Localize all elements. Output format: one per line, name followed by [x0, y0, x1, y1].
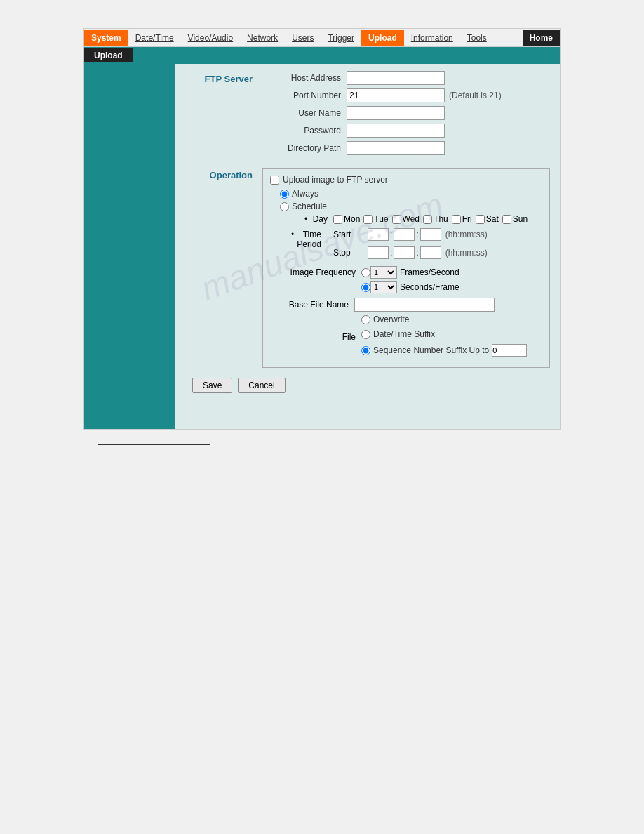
thu-checkbox[interactable] [423, 215, 432, 224]
start-ss-input[interactable] [420, 228, 441, 241]
upload-checkbox[interactable] [270, 176, 279, 185]
time-period-label: TimePeriod [297, 230, 321, 249]
stop-label: Stop [333, 248, 365, 258]
start-label: Start [333, 230, 365, 239]
main-content: FTP Server Host Address Port Number (Def… [175, 64, 560, 429]
user-name-label: User Name [262, 108, 347, 118]
always-label[interactable]: Always [292, 189, 318, 199]
nav-item-home[interactable]: Home [523, 30, 560, 46]
stop-time-row: Stop : : (hh:mm:ss) [333, 246, 488, 259]
file-label-row: File Overwrite Date/Time Suf [277, 315, 542, 359]
schedule-label[interactable]: Schedule [292, 201, 327, 211]
stop-sep2: : [416, 248, 418, 258]
file-section: File Overwrite Date/Time Suf [277, 315, 542, 359]
fri-label: Fri [462, 214, 472, 224]
nav-item-datetime[interactable]: Date/Time [128, 30, 181, 46]
user-name-row: User Name [262, 106, 550, 120]
overwrite-radio[interactable] [361, 315, 370, 324]
wed-check: Wed [392, 214, 420, 224]
sequence-label[interactable]: Sequence Number Suffix Up to [373, 345, 489, 355]
day-bullet: • Day [291, 214, 333, 224]
base-file-label: Base File Name [270, 300, 354, 310]
freq-row1: Image Frequency 123 Frames/Second [277, 266, 542, 279]
sun-check: Sun [502, 214, 528, 224]
mon-checkbox[interactable] [333, 215, 342, 224]
spf-select[interactable]: 125 [370, 281, 397, 293]
host-address-input[interactable] [347, 71, 445, 85]
stop-sep1: : [390, 248, 392, 258]
stop-hh-input[interactable] [368, 246, 389, 259]
overwrite-label[interactable]: Overwrite [373, 315, 409, 324]
cancel-button[interactable]: Cancel [238, 378, 285, 393]
freq-row2: 125 Seconds/Frame [277, 281, 542, 293]
nav-item-information[interactable]: Information [404, 30, 460, 46]
nav-item-tools[interactable]: Tools [460, 30, 494, 46]
sequence-input[interactable] [492, 344, 527, 357]
stop-hint: (hh:mm:ss) [445, 248, 488, 258]
stop-mm-input[interactable] [394, 246, 415, 259]
nav-item-users[interactable]: Users [285, 30, 321, 46]
directory-path-input[interactable] [347, 141, 445, 155]
fps-radio[interactable] [361, 268, 370, 277]
sun-label: Sun [513, 214, 528, 224]
nav-item-system[interactable]: System [84, 30, 128, 46]
start-sep1: : [390, 230, 392, 239]
wed-checkbox[interactable] [392, 215, 401, 224]
spf-label: Seconds/Frame [400, 282, 459, 292]
mon-label: Mon [344, 214, 360, 224]
save-button[interactable]: Save [192, 378, 232, 393]
spf-radio[interactable] [361, 283, 370, 292]
fri-checkbox[interactable] [452, 215, 461, 224]
password-label: Password [262, 126, 347, 135]
day-label: Day [313, 214, 328, 224]
password-input[interactable] [347, 124, 445, 138]
stop-ss-input[interactable] [420, 246, 441, 259]
datetime-row: Date/Time Suffix [361, 329, 527, 339]
tue-checkbox[interactable] [363, 215, 373, 224]
start-sep2: : [416, 230, 418, 239]
port-number-label: Port Number [262, 91, 347, 100]
content-area: FTP Server Host Address Port Number (Def… [84, 64, 560, 429]
upload-checkbox-row: Upload image to FTP server [270, 175, 542, 185]
file-options: Overwrite Date/Time Suffix [361, 315, 527, 359]
day-checkboxes: Mon Tue Wed [333, 214, 529, 224]
fps-select[interactable]: 123 [370, 266, 397, 279]
overwrite-row: Overwrite [361, 315, 527, 324]
sequence-radio[interactable] [361, 346, 370, 355]
schedule-radio-row: Schedule [280, 201, 542, 211]
ftp-server-section: FTP Server Host Address Port Number (Def… [185, 71, 550, 159]
thu-check: Thu [423, 214, 448, 224]
sat-checkbox[interactable] [476, 215, 485, 224]
always-radio[interactable] [280, 190, 289, 199]
ftp-server-content: Host Address Port Number (Default is 21)… [262, 71, 550, 159]
datetime-radio[interactable] [361, 330, 370, 339]
nav-bar: System Date/Time Video/Audio Network Use… [84, 29, 560, 47]
operation-content: Upload image to FTP server Always Schedu… [262, 167, 550, 368]
nav-item-trigger[interactable]: Trigger [321, 30, 361, 46]
day-row: • Day Mon [291, 214, 542, 224]
wed-label: Wed [403, 214, 420, 224]
time-period-content: Start : : (hh:mm:ss) [333, 228, 488, 262]
user-name-input[interactable] [347, 106, 445, 120]
sun-checkbox[interactable] [502, 215, 511, 224]
button-row: Save Cancel [185, 378, 550, 393]
nav-item-upload[interactable]: Upload [361, 30, 404, 46]
sequence-row: Sequence Number Suffix Up to [361, 344, 527, 357]
nav-item-videoaudio[interactable]: Video/Audio [181, 30, 241, 46]
sub-nav-upload[interactable]: Upload [84, 48, 133, 62]
datetime-label[interactable]: Date/Time Suffix [373, 329, 435, 339]
password-row: Password [262, 124, 550, 138]
start-hh-input[interactable] [368, 228, 389, 241]
port-number-input[interactable] [347, 88, 445, 102]
base-file-input[interactable] [354, 298, 495, 312]
time-period-row: • TimePeriod Start : [291, 228, 542, 262]
start-mm-input[interactable] [394, 228, 415, 241]
sub-nav: Upload [84, 47, 560, 64]
schedule-radio[interactable] [280, 202, 289, 211]
host-address-row: Host Address [262, 71, 550, 85]
upload-checkbox-label[interactable]: Upload image to FTP server [283, 175, 388, 185]
fps-label: Frames/Second [400, 267, 459, 277]
operation-section: Operation Upload image to FTP server [185, 167, 550, 368]
tue-label: Tue [374, 214, 388, 224]
nav-item-network[interactable]: Network [240, 30, 285, 46]
